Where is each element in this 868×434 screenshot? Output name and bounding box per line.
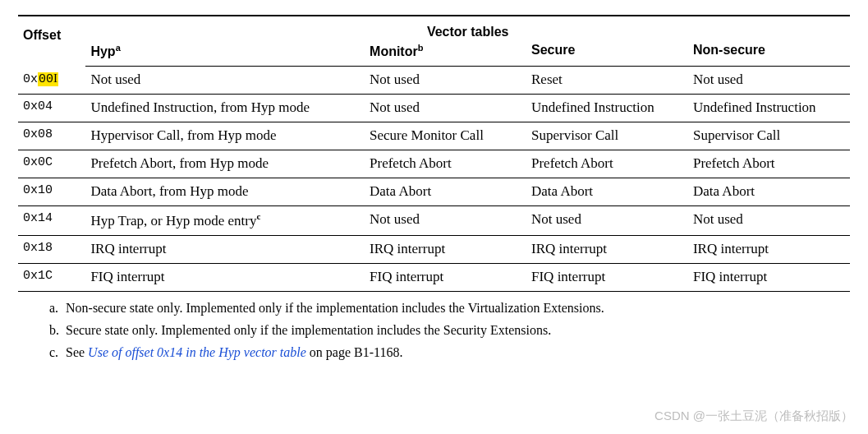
col-nonsecure-label: Non-secure: [693, 43, 765, 57]
col-hyp: Hypa: [85, 43, 365, 67]
cell-monitor: Not used: [365, 95, 526, 122]
cell-hyp: IRQ interrupt: [85, 235, 365, 263]
table-row: 0x18IRQ interruptIRQ interruptIRQ interr…: [18, 235, 850, 263]
cell-hyp: Undefined Instruction, from Hyp mode: [85, 95, 365, 122]
cell-monitor: FIQ interrupt: [365, 263, 526, 291]
cell-hyp-sup: c: [257, 211, 261, 221]
cell-hyp: FIQ interrupt: [85, 263, 365, 291]
footnote-c-link[interactable]: Use of offset 0x14 in the Hyp vector tab…: [88, 345, 306, 359]
footnote-a: a.Non-secure state only. Implemented onl…: [49, 298, 850, 319]
col-monitor-sup: b: [418, 43, 424, 53]
cell-offset: 0x08: [18, 122, 85, 150]
cell-nonsecure: IRQ interrupt: [688, 235, 850, 263]
cell-monitor: Not used: [365, 206, 526, 236]
footnote-c-label: c.: [49, 343, 66, 363]
cell-offset: 0x00I: [18, 67, 85, 95]
watermark: CSDN @一张土豆泥（准备秋招版）: [654, 409, 853, 424]
cell-offset: 0x1C: [18, 263, 85, 291]
col-nonsecure: Non-secure: [688, 43, 850, 67]
cell-offset: 0x0C: [18, 150, 85, 178]
cell-secure: Not used: [526, 206, 688, 236]
table-row: 0x1CFIQ interruptFIQ interruptFIQ interr…: [18, 263, 850, 291]
page: Offset Vector tables Hypa Monitorb Secur…: [0, 0, 868, 434]
cell-nonsecure: Supervisor Call: [688, 122, 850, 150]
cell-offset: 0x10: [18, 178, 85, 206]
cell-monitor: Secure Monitor Call: [365, 122, 526, 150]
cell-hyp: Hypervisor Call, from Hyp mode: [85, 122, 365, 150]
footnote-c-suffix: on page B1-1168.: [306, 345, 403, 359]
footnote-a-label: a.: [49, 298, 66, 319]
cell-nonsecure: Data Abort: [688, 178, 850, 206]
table-row: 0x0CPrefetch Abort, from Hyp modePrefetc…: [18, 150, 850, 178]
cell-nonsecure: Not used: [688, 67, 850, 95]
cell-secure: Data Abort: [526, 178, 688, 206]
cell-nonsecure: FIQ interrupt: [688, 263, 850, 291]
cell-hyp: Not used: [85, 67, 365, 95]
vector-table: Offset Vector tables Hypa Monitorb Secur…: [18, 16, 850, 292]
cell-hyp: Data Abort, from Hyp mode: [85, 178, 365, 206]
cell-monitor: Data Abort: [365, 178, 526, 206]
table-title: Vector tables: [85, 16, 850, 43]
cell-monitor: IRQ interrupt: [365, 235, 526, 263]
footnote-c-prefix: See: [66, 345, 88, 359]
text-cursor-icon: I: [53, 72, 57, 85]
col-hyp-sup: a: [116, 43, 121, 53]
cell-secure: Supervisor Call: [526, 122, 688, 150]
offset-header: Offset: [18, 16, 85, 67]
cell-monitor: Not used: [365, 67, 526, 95]
cell-hyp: Prefetch Abort, from Hyp mode: [85, 150, 365, 178]
cell-secure: Reset: [526, 67, 688, 95]
cell-offset: 0x04: [18, 95, 85, 122]
table-body: 0x00INot usedNot usedResetNot used0x04Un…: [18, 67, 850, 292]
cell-nonsecure: Undefined Instruction: [688, 95, 850, 122]
col-hyp-label: Hyp: [90, 44, 115, 58]
footnote-a-text: Non-secure state only. Implemented only …: [66, 301, 604, 315]
table-row: 0x00INot usedNot usedResetNot used: [18, 67, 850, 95]
footnote-b-label: b.: [49, 321, 66, 341]
table-row: 0x10Data Abort, from Hyp modeData AbortD…: [18, 178, 850, 206]
table-row: 0x14Hyp Trap, or Hyp mode entrycNot used…: [18, 206, 850, 236]
table-row: 0x08Hypervisor Call, from Hyp modeSecure…: [18, 122, 850, 150]
highlight: 00I: [38, 72, 58, 86]
footnote-c: c.See Use of offset 0x14 in the Hyp vect…: [49, 343, 850, 363]
col-monitor-label: Monitor: [370, 44, 418, 58]
cell-offset: 0x18: [18, 235, 85, 263]
cell-secure: Prefetch Abort: [526, 150, 688, 178]
footnote-b: b.Secure state only. Implemented only if…: [49, 321, 850, 341]
cell-secure: IRQ interrupt: [526, 235, 688, 263]
cell-nonsecure: Not used: [688, 206, 850, 236]
column-headers: Hypa Monitorb Secure Non-secure: [18, 43, 850, 67]
cell-hyp: Hyp Trap, or Hyp mode entryc: [85, 206, 365, 236]
col-secure-label: Secure: [531, 43, 575, 57]
col-secure: Secure: [526, 43, 688, 67]
cell-monitor: Prefetch Abort: [365, 150, 526, 178]
cell-offset: 0x14: [18, 206, 85, 236]
cell-secure: FIQ interrupt: [526, 263, 688, 291]
cell-secure: Undefined Instruction: [526, 95, 688, 122]
cell-nonsecure: Prefetch Abort: [688, 150, 850, 178]
table-row: 0x04Undefined Instruction, from Hyp mode…: [18, 95, 850, 122]
footnotes: a.Non-secure state only. Implemented onl…: [49, 298, 850, 362]
col-monitor: Monitorb: [365, 43, 526, 67]
footnote-b-text: Secure state only. Implemented only if t…: [66, 323, 551, 337]
